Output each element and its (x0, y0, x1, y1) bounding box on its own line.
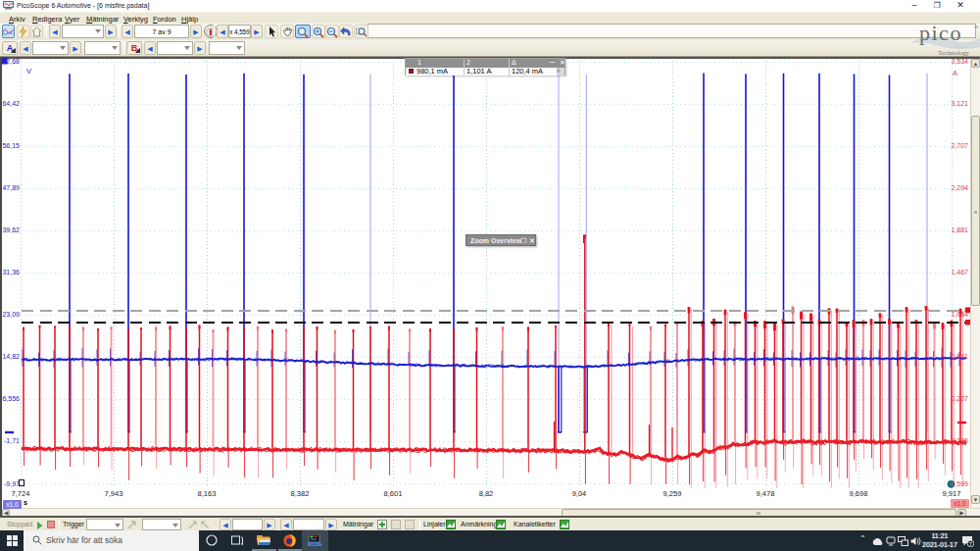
svg-text:pico: pico (919, 22, 962, 45)
svg-text:Technology: Technology (938, 49, 970, 56)
svg-text:7: 7 (969, 541, 972, 547)
svg-text:®: ® (974, 25, 979, 30)
